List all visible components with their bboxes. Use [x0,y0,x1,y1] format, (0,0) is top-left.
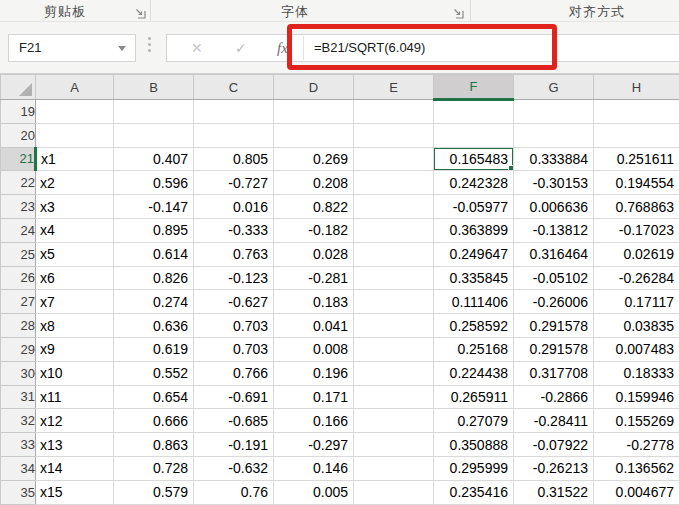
name-box[interactable]: F21 [8,34,136,62]
cell-H35[interactable]: 0.004677 [594,480,679,504]
cell-G19[interactable] [514,100,594,124]
cell-B23[interactable]: -0.147 [114,195,194,219]
cell-G21[interactable]: 0.333884 [514,147,594,171]
row-header-33[interactable]: 33 [1,433,36,457]
cell-B25[interactable]: 0.614 [114,242,194,266]
column-header-F[interactable]: F [434,75,514,100]
cell-C19[interactable] [194,100,274,124]
cell-B28[interactable]: 0.636 [114,314,194,338]
cell-F21[interactable]: 0.165483 [434,147,514,171]
cell-E33[interactable] [354,433,434,457]
cell-G31[interactable]: -0.2866 [514,385,594,409]
cell-D34[interactable]: 0.146 [274,456,354,480]
cell-A25[interactable]: x5 [36,242,114,266]
row-header-27[interactable]: 27 [1,290,36,314]
cell-H31[interactable]: 0.159946 [594,385,679,409]
cell-F27[interactable]: 0.111406 [434,290,514,314]
cell-B30[interactable]: 0.552 [114,361,194,385]
cell-E19[interactable] [354,100,434,124]
cell-G29[interactable]: 0.291578 [514,337,594,361]
column-header-E[interactable]: E [354,75,434,100]
cell-F29[interactable]: 0.25168 [434,337,514,361]
cell-B32[interactable]: 0.666 [114,409,194,433]
cell-H20[interactable] [594,123,679,147]
cell-E20[interactable] [354,123,434,147]
cell-F23[interactable]: -0.05977 [434,195,514,219]
cell-B21[interactable]: 0.407 [114,147,194,171]
cell-E22[interactable] [354,171,434,195]
cell-B31[interactable]: 0.654 [114,385,194,409]
cell-C22[interactable]: -0.727 [194,171,274,195]
cell-F24[interactable]: 0.363899 [434,218,514,242]
cell-D28[interactable]: 0.041 [274,314,354,338]
cell-F30[interactable]: 0.224438 [434,361,514,385]
row-header-26[interactable]: 26 [1,266,36,290]
cell-C28[interactable]: 0.703 [194,314,274,338]
row-header-35[interactable]: 35 [1,480,36,504]
row-header-32[interactable]: 32 [1,409,36,433]
cell-D27[interactable]: 0.183 [274,290,354,314]
cell-G23[interactable]: 0.006636 [514,195,594,219]
column-header-D[interactable]: D [274,75,354,100]
row-header-30[interactable]: 30 [1,361,36,385]
cell-B19[interactable] [114,100,194,124]
cell-D19[interactable] [274,100,354,124]
cell-C29[interactable]: 0.703 [194,337,274,361]
formula-bar-handle[interactable] [148,37,151,52]
column-header-C[interactable]: C [194,75,274,100]
column-header-B[interactable]: B [114,75,194,100]
cell-C35[interactable]: 0.76 [194,480,274,504]
cell-G20[interactable] [514,123,594,147]
cell-F22[interactable]: 0.242328 [434,171,514,195]
row-header-25[interactable]: 25 [1,242,36,266]
cell-A33[interactable]: x13 [36,433,114,457]
cell-A32[interactable]: x12 [36,409,114,433]
cell-H28[interactable]: 0.03835 [594,314,679,338]
cell-A23[interactable]: x3 [36,195,114,219]
font-dialog-launcher-icon[interactable] [452,5,464,17]
cell-B22[interactable]: 0.596 [114,171,194,195]
cell-E25[interactable] [354,242,434,266]
cell-A27[interactable]: x7 [36,290,114,314]
cell-H33[interactable]: -0.2778 [594,433,679,457]
cell-G33[interactable]: -0.07922 [514,433,594,457]
cell-B27[interactable]: 0.274 [114,290,194,314]
cell-F28[interactable]: 0.258592 [434,314,514,338]
row-header-34[interactable]: 34 [1,456,36,480]
select-all-button[interactable] [1,75,36,100]
cell-E32[interactable] [354,409,434,433]
cell-H24[interactable]: -0.17023 [594,218,679,242]
cell-C31[interactable]: -0.691 [194,385,274,409]
cell-C23[interactable]: 0.016 [194,195,274,219]
cell-E28[interactable] [354,314,434,338]
row-header-20[interactable]: 20 [1,123,36,147]
name-box-dropdown-icon[interactable] [118,46,126,51]
cell-G25[interactable]: 0.316464 [514,242,594,266]
cell-H19[interactable] [594,100,679,124]
cell-E35[interactable] [354,480,434,504]
cell-F25[interactable]: 0.249647 [434,242,514,266]
cell-C26[interactable]: -0.123 [194,266,274,290]
row-header-31[interactable]: 31 [1,385,36,409]
cell-B20[interactable] [114,123,194,147]
cell-B29[interactable]: 0.619 [114,337,194,361]
cell-B34[interactable]: 0.728 [114,456,194,480]
cell-G32[interactable]: -0.28411 [514,409,594,433]
cell-C34[interactable]: -0.632 [194,456,274,480]
cell-G26[interactable]: -0.05102 [514,266,594,290]
cell-A20[interactable] [36,123,114,147]
cell-A21[interactable]: x1 [36,147,114,171]
cell-F19[interactable] [434,100,514,124]
column-header-G[interactable]: G [514,75,594,100]
cell-B24[interactable]: 0.895 [114,218,194,242]
cell-A34[interactable]: x14 [36,456,114,480]
column-header-H[interactable]: H [594,75,679,100]
cell-A31[interactable]: x11 [36,385,114,409]
cell-H25[interactable]: 0.02619 [594,242,679,266]
cell-D35[interactable]: 0.005 [274,480,354,504]
cell-F33[interactable]: 0.350888 [434,433,514,457]
cell-E31[interactable] [354,385,434,409]
row-header-23[interactable]: 23 [1,195,36,219]
cell-D24[interactable]: -0.182 [274,218,354,242]
cell-F34[interactable]: 0.295999 [434,456,514,480]
